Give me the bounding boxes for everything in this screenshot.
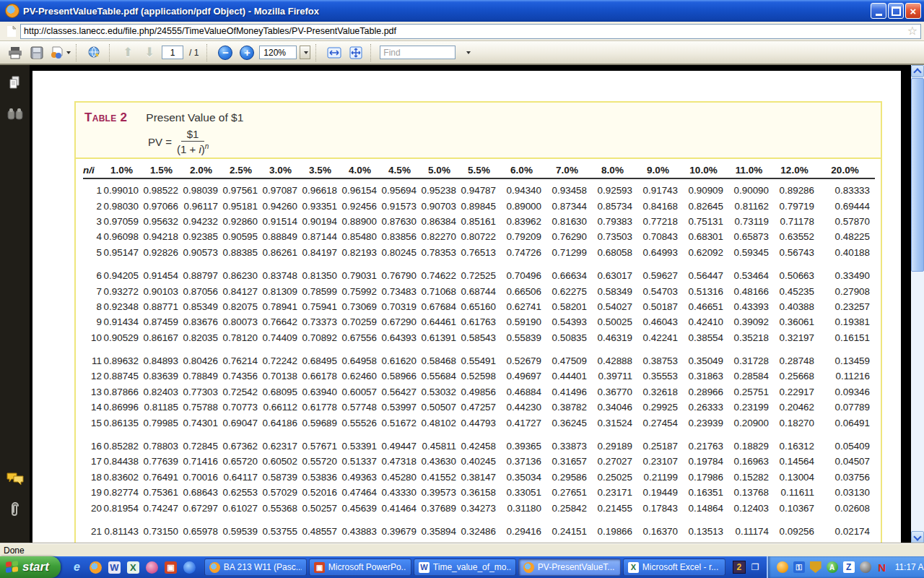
taskbar-button[interactable]: PV-PresentValueT... <box>518 558 621 576</box>
rate-header: 1.0% <box>102 165 141 176</box>
pv-factor-cell: 0.83856 <box>380 231 419 242</box>
print-button[interactable] <box>6 43 25 62</box>
shield-icon[interactable] <box>810 561 821 573</box>
pv-factor-cell: 0.48166 <box>726 286 772 297</box>
pv-factor-cell: 0.53755 <box>261 526 300 537</box>
pv-factor-cell: 0.62741 <box>499 301 544 312</box>
excel-icon[interactable] <box>127 561 139 574</box>
previous-page-button[interactable]: ⬆ <box>118 43 137 62</box>
pv-factor-cell: 0.35049 <box>681 355 726 366</box>
pv-factor-cell: 0.49697 <box>499 371 544 381</box>
sphere-icon[interactable] <box>860 561 871 573</box>
close-button[interactable]: × <box>905 3 921 19</box>
pv-factor-cell: 0.42888 <box>590 355 635 366</box>
bookmark-star-icon[interactable]: ☆ <box>907 25 918 37</box>
pv-factor-cell: 0.21763 <box>681 441 726 452</box>
period-cell: 12 <box>83 371 102 381</box>
taskbar-button[interactable]: Microsoft Excel - r... <box>623 558 725 576</box>
word-icon[interactable] <box>108 561 121 574</box>
pv-factor-cell: 0.32197 <box>772 332 817 343</box>
period-cell: 9 <box>83 316 102 327</box>
next-page-button[interactable]: ⬇ <box>140 43 159 62</box>
key-icon[interactable] <box>793 561 805 573</box>
pv-factor-cell: 0.57748 <box>340 402 380 413</box>
attachments-paperclip-icon[interactable] <box>6 501 24 519</box>
scroll-up-button[interactable] <box>911 65 924 77</box>
pv-factor-cell: 0.04507 <box>817 456 873 467</box>
minimize-button[interactable] <box>871 3 886 19</box>
taskbar-mini-icon[interactable]: 2 <box>733 561 746 574</box>
pv-factor-cell: 0.58739 <box>261 472 300 483</box>
pv-factor-cell: 0.75992 <box>340 286 380 297</box>
pv-factor-cell: 0.50187 <box>635 301 681 312</box>
ie-icon[interactable] <box>71 561 83 574</box>
powerpoint-icon[interactable] <box>165 561 177 574</box>
pv-factor-cell: 0.43883 <box>340 526 380 537</box>
messenger-icon[interactable] <box>777 561 788 573</box>
firefox-icon[interactable] <box>90 561 102 574</box>
restore-button[interactable] <box>888 3 904 19</box>
pdf-toolbar: ⬆ ⬇ / 1 − + 120% <box>0 41 924 65</box>
z-icon[interactable] <box>843 561 855 573</box>
period-cell: 7 <box>83 286 102 297</box>
scrollbar-thumb[interactable] <box>911 78 924 272</box>
taskbar-button[interactable]: Microsoft PowerPo... <box>309 558 411 576</box>
pv-factor-cell: 0.88385 <box>221 247 261 258</box>
comments-panel-icon[interactable] <box>6 470 24 487</box>
web-button[interactable] <box>85 43 104 62</box>
pv-factor-cell: 0.68495 <box>300 355 340 366</box>
start-button[interactable]: start <box>0 556 61 578</box>
pages-panel-icon[interactable] <box>6 75 24 92</box>
email-dropdown-arrow[interactable] <box>66 51 71 54</box>
taskbar-button[interactable]: BA 213 W11 (Pasc... <box>204 558 307 576</box>
pv-factor-cell: 0.19866 <box>590 526 635 537</box>
pv-factor-cell: 0.84893 <box>141 355 181 366</box>
pv-factor-cell: 0.53836 <box>300 472 340 483</box>
pv-factor-cell: 0.54393 <box>544 316 590 327</box>
status-bar: Done <box>0 543 924 556</box>
period-cell: 10 <box>83 332 102 343</box>
pv-factor-cell: 0.96117 <box>181 201 221 212</box>
green-a-icon[interactable] <box>827 561 838 573</box>
pink-app-icon[interactable] <box>146 561 158 574</box>
find-input[interactable] <box>380 46 456 59</box>
novell-n-icon[interactable] <box>876 561 888 573</box>
pv-factor-cell: 0.44793 <box>459 418 499 428</box>
pv-factor-cell: 0.95694 <box>380 185 419 196</box>
fit-page-button[interactable] <box>346 43 365 62</box>
pv-factor-cell: 0.49363 <box>340 472 380 483</box>
pv-factor-cell: 0.44401 <box>544 371 590 381</box>
taskbar-chevron-icon[interactable]: ❐ <box>751 562 759 572</box>
pv-factor-cell: 0.90090 <box>726 185 772 196</box>
period-cell: 16 <box>83 441 102 452</box>
email-collaborate-button[interactable] <box>49 43 71 62</box>
msn-icon[interactable] <box>183 561 196 574</box>
taskbar-button-label: Microsoft PowerPo... <box>328 562 406 572</box>
pv-factor-cell: 0.24151 <box>544 526 590 537</box>
zoom-dropdown-arrow[interactable] <box>300 46 310 59</box>
zoom-in-button[interactable]: + <box>237 43 256 62</box>
pv-factor-cell: 0.23107 <box>635 456 681 467</box>
task-buttons: BA 213 W11 (Pasc...Microsoft PowerPo...T… <box>204 558 725 576</box>
table-row: 120.887450.836390.788490.743560.701380.6… <box>83 368 881 384</box>
fit-width-button[interactable] <box>325 43 344 62</box>
pv-factor-cell: 0.44230 <box>499 402 544 413</box>
page-number-input[interactable] <box>162 46 183 59</box>
pv-factor-cell: 0.33051 <box>499 487 544 498</box>
period-cell: 19 <box>83 487 102 498</box>
pv-factor-cell: 0.51337 <box>340 456 380 467</box>
find-dropdown-arrow[interactable] <box>458 43 477 62</box>
pv-factor-cell: 0.77218 <box>635 216 681 227</box>
vertical-scrollbar[interactable] <box>911 65 924 543</box>
pv-factor-cell: 0.74726 <box>499 247 544 258</box>
search-binoculars-icon[interactable] <box>6 105 24 123</box>
zoom-out-button[interactable]: − <box>216 43 235 62</box>
zoom-level-select[interactable]: 120% <box>259 46 297 59</box>
pv-factor-cell: 0.39573 <box>419 487 459 498</box>
pv-factor-cell: 0.76790 <box>380 270 419 281</box>
save-button[interactable] <box>27 43 46 62</box>
pv-factor-cell: 0.75131 <box>681 216 726 227</box>
scroll-down-button[interactable] <box>911 531 924 543</box>
taskbar-button[interactable]: Time_value_of_mo... <box>414 558 516 576</box>
url-input[interactable]: http://classes.lanecc.edu/file.php/24555… <box>20 24 921 39</box>
